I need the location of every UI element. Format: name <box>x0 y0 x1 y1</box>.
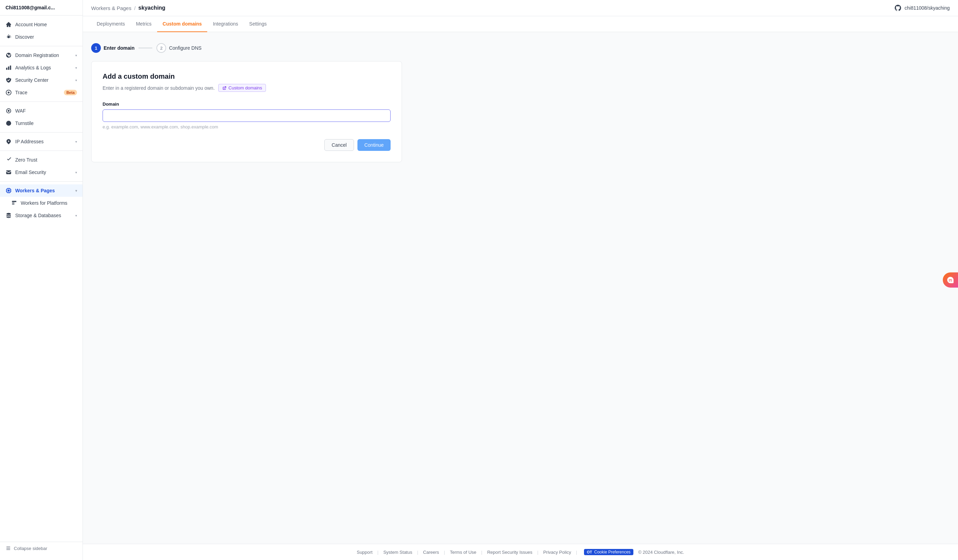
shield-icon <box>6 77 12 83</box>
sidebar-item-ip-addresses[interactable]: IP Addresses ▾ <box>0 135 82 148</box>
form-actions: Cancel Continue <box>103 139 390 151</box>
main-content: Workers & Pages / skyaching chi811008/sk… <box>83 0 958 560</box>
breadcrumb-parent[interactable]: Workers & Pages <box>91 5 131 11</box>
email-icon <box>6 169 12 175</box>
collapse-sidebar-button[interactable]: Collapse sidebar <box>0 542 82 554</box>
breadcrumb-current: skyaching <box>138 5 165 11</box>
domain-input[interactable] <box>103 109 390 122</box>
sidebar-item-label: Turnstile <box>15 121 77 126</box>
sidebar-item-account-home[interactable]: Account Home <box>0 18 82 31</box>
link-icon <box>222 86 227 90</box>
footer-privacy-link[interactable]: Privacy Policy <box>543 550 571 555</box>
step-1: 1 Enter domain <box>91 43 134 53</box>
continue-button[interactable]: Continue <box>357 139 390 151</box>
footer-system-status-link[interactable]: System Status <box>383 550 412 555</box>
step-2: 2 Configure DNS <box>157 43 201 53</box>
trace-icon <box>6 89 12 96</box>
sidebar-item-label: Workers for Platforms <box>21 200 77 206</box>
chevron-icon: ▾ <box>75 171 77 175</box>
add-custom-domain-card: Add a custom domain Enter in a registere… <box>91 61 402 162</box>
sidebar-item-label: Email Security <box>15 170 72 175</box>
sidebar-item-workers-pages[interactable]: Workers & Pages ▾ <box>0 184 82 197</box>
tab-settings[interactable]: Settings <box>244 16 273 32</box>
workers-platform-icon <box>11 200 17 206</box>
sidebar-item-turnstile[interactable]: Turnstile <box>0 117 82 130</box>
sidebar-item-trace[interactable]: Trace Beta <box>0 86 82 99</box>
sidebar-item-label: Discover <box>15 34 77 40</box>
step-1-label: Enter domain <box>104 45 134 51</box>
step-1-circle: 1 <box>91 43 101 53</box>
footer-copyright: © 2024 Cloudflare, Inc. <box>638 550 684 555</box>
sidebar-item-zero-trust[interactable]: Zero Trust <box>0 154 82 166</box>
sidebar-nav: Account Home Discover Domain Registratio… <box>0 16 82 542</box>
home-icon <box>6 21 12 28</box>
beta-badge: Beta <box>64 90 77 95</box>
sidebar-item-workers-platforms[interactable]: Workers for Platforms <box>0 197 82 209</box>
footer-report-security-link[interactable]: Report Security Issues <box>487 550 533 555</box>
header-username: chi811008/skyaching <box>904 5 950 11</box>
custom-domains-link-label: Custom domains <box>228 85 262 90</box>
tab-deployments[interactable]: Deployments <box>91 16 130 32</box>
sidebar-item-label: Security Center <box>15 77 72 83</box>
svg-point-1 <box>8 110 10 111</box>
sidebar-item-email-security[interactable]: Email Security ▾ <box>0 166 82 179</box>
page-header: Workers & Pages / skyaching chi811008/sk… <box>83 0 958 16</box>
chevron-icon: ▾ <box>75 78 77 82</box>
footer-terms-link[interactable]: Terms of Use <box>450 550 477 555</box>
page-tabs: Deployments Metrics Custom domains Integ… <box>83 16 958 32</box>
card-description: Enter in a registered domain or subdomai… <box>103 84 390 92</box>
card-description-text: Enter in a registered domain or subdomai… <box>103 85 215 91</box>
account-email: Chi811008@gmail.c... <box>0 0 82 16</box>
sidebar-item-label: IP Addresses <box>15 139 72 144</box>
bulb-icon <box>6 34 12 40</box>
ip-icon <box>6 138 12 145</box>
sidebar-item-label: Account Home <box>15 22 77 27</box>
card-title: Add a custom domain <box>103 73 390 81</box>
analytics-icon <box>6 65 12 71</box>
domain-label: Domain <box>103 102 390 107</box>
step-connector <box>138 48 152 48</box>
cookie-preferences-badge[interactable]: OT Cookie Preferences <box>584 549 633 555</box>
sidebar-item-domain-registration[interactable]: Domain Registration ▾ <box>0 49 82 62</box>
domain-hint: e.g. example.com, www.example.com, shop.… <box>103 124 390 130</box>
sidebar-item-label: Trace <box>15 90 60 95</box>
globe-icon <box>6 52 12 58</box>
workers-icon <box>6 187 12 194</box>
tab-integrations[interactable]: Integrations <box>207 16 243 32</box>
sidebar-item-waf[interactable]: WAF <box>0 105 82 117</box>
chevron-icon: ▾ <box>75 214 77 217</box>
page-content: 1 Enter domain 2 Configure DNS Add a cus… <box>83 32 958 544</box>
collapse-sidebar-label: Collapse sidebar <box>14 546 47 551</box>
waf-icon <box>6 108 12 114</box>
chevron-icon: ▾ <box>75 140 77 144</box>
page-footer: Support | System Status | Careers | Term… <box>83 544 958 560</box>
breadcrumb: Workers & Pages / skyaching <box>91 5 165 11</box>
sidebar-item-discover[interactable]: Discover <box>0 31 82 43</box>
tab-metrics[interactable]: Metrics <box>130 16 157 32</box>
sidebar: Chi811008@gmail.c... Account Home Discov… <box>0 0 83 560</box>
custom-domains-link[interactable]: Custom domains <box>218 84 266 92</box>
sidebar-item-label: Domain Registration <box>15 52 72 58</box>
sidebar-item-storage-databases[interactable]: Storage & Databases ▾ <box>0 209 82 222</box>
chevron-icon: ▾ <box>75 189 77 193</box>
chat-button[interactable] <box>943 273 958 287</box>
stepper: 1 Enter domain 2 Configure DNS <box>91 43 950 53</box>
storage-icon <box>6 213 12 219</box>
chat-icon <box>947 276 954 284</box>
step-2-circle: 2 <box>157 43 166 53</box>
sidebar-item-label: Storage & Databases <box>15 213 72 218</box>
breadcrumb-separator: / <box>134 5 135 11</box>
cookie-preferences-label: Cookie Preferences <box>594 550 630 554</box>
cancel-button[interactable]: Cancel <box>324 139 354 151</box>
chevron-icon: ▾ <box>75 54 77 57</box>
header-user: chi811008/skyaching <box>894 4 950 12</box>
sidebar-item-analytics-logs[interactable]: Analytics & Logs ▾ <box>0 62 82 74</box>
sidebar-item-label: Analytics & Logs <box>15 65 72 70</box>
footer-support-link[interactable]: Support <box>357 550 373 555</box>
tab-custom-domains[interactable]: Custom domains <box>157 16 208 32</box>
sidebar-item-label: Zero Trust <box>15 157 77 163</box>
step-2-label: Configure DNS <box>169 45 201 51</box>
footer-careers-link[interactable]: Careers <box>423 550 439 555</box>
zerotrust-icon <box>6 157 12 163</box>
sidebar-item-security-center[interactable]: Security Center ▾ <box>0 74 82 86</box>
